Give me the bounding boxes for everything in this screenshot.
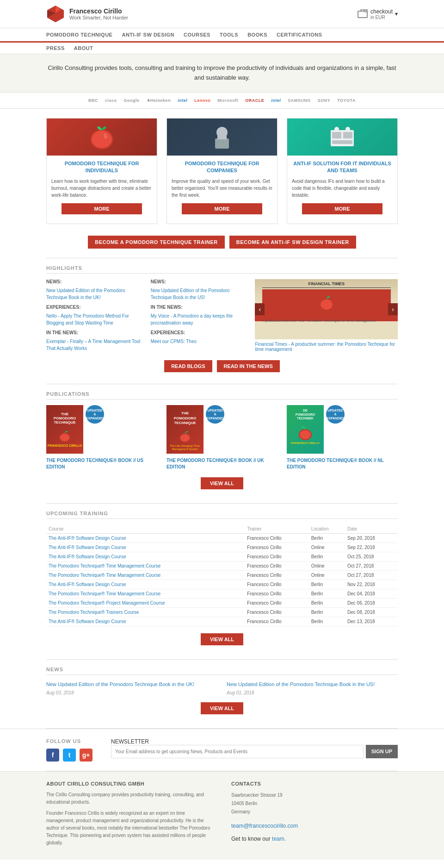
logo-intel2: intel bbox=[271, 98, 281, 103]
footer-team-text: Get to know our bbox=[231, 836, 271, 842]
footer-about-col: ABOUT CIRILLO CONSULTING GMBH The Cirill… bbox=[46, 781, 213, 850]
newsletter-signup-button[interactable]: SIGN UP bbox=[366, 745, 398, 758]
logo-toyota: TOYOTA bbox=[337, 98, 356, 103]
card-btn-anti-if[interactable]: MORE bbox=[302, 203, 382, 214]
news-view-all-button[interactable]: VIEW ALL bbox=[201, 702, 243, 714]
hero-text: Cirillo Consulting provides tools, consu… bbox=[46, 63, 398, 83]
svg-point-9 bbox=[92, 131, 112, 148]
team-image-anti-if bbox=[328, 125, 356, 149]
highlights-col1-link1[interactable]: New Updated Edition of the Pomodoro Tech… bbox=[46, 287, 142, 301]
footer-team-link[interactable]: team. bbox=[272, 836, 286, 842]
logo-cisco: cisco bbox=[105, 98, 117, 103]
card-title-companies: POMODORO TECHNIQUE FOR COMPANIES bbox=[172, 160, 272, 175]
pub-img-wrap-uk: THEPOMODOROTECHNIQUE The Life-Changing T… bbox=[166, 405, 278, 454]
become-anti-if-trainer-button[interactable]: BECOME AN ANTI-IF SW DESIGN TRAINER bbox=[229, 236, 356, 249]
pub-img-wrap-nl: DEPOMODOROTECHNIEK FRANCISCO CIRILLO bbox=[287, 405, 398, 454]
logo-microsoft: Microsoft bbox=[217, 98, 238, 103]
newsletter-form: SIGN UP bbox=[111, 745, 398, 758]
highlights-col1-link2[interactable]: Nello - Apply The Pomodoro Method For Bl… bbox=[46, 312, 142, 326]
table-row: The Pomodoro Technique® Trainers Course … bbox=[46, 608, 398, 617]
card-btn-companies[interactable]: MORE bbox=[182, 203, 262, 214]
highlights-col1-label3: IN THE NEWS: bbox=[46, 330, 142, 335]
highlights-col2-link2[interactable]: My Voice - A Pomodoro a day keeps the pr… bbox=[151, 312, 246, 326]
pub-item-us: THEPOMODOROTECHNIQUE FRANCESCO CIRILLO bbox=[46, 405, 157, 470]
cart-area[interactable]: 0 checkout in EUR ▾ bbox=[357, 8, 398, 20]
nav-pomodoro-technique[interactable]: POMODORO TECHNIQUE bbox=[46, 32, 112, 37]
footer-address: Saarbruecker Strasse 19 10405 Berlin Ger… bbox=[231, 791, 398, 816]
footer-about-text1: The Cirillo Consulting company provides … bbox=[46, 791, 213, 806]
training-view-all-button[interactable]: VIEW ALL bbox=[201, 633, 243, 645]
card-btn-individuals[interactable]: MORE bbox=[62, 203, 142, 214]
person-image-companies bbox=[208, 125, 236, 149]
table-row: The Anti-IF® Software Design Course Fran… bbox=[46, 534, 398, 543]
nav-about[interactable]: ABOUT bbox=[74, 45, 93, 51]
svg-rect-13 bbox=[217, 136, 227, 139]
publications-view-all-button[interactable]: VIEW ALL bbox=[201, 477, 243, 489]
cart-icon: 0 bbox=[357, 9, 368, 19]
googleplus-icon[interactable]: g+ bbox=[80, 749, 92, 762]
nav-books[interactable]: BOOKS bbox=[247, 32, 267, 37]
card-title-individuals: POMODORO TECHNIQUE FOR INDIVIDUALS bbox=[51, 160, 152, 175]
card-image-anti-if bbox=[287, 119, 397, 156]
footer-contacts-col: CONTACTS Saarbruecker Strasse 19 10405 B… bbox=[231, 781, 398, 850]
newsletter-col: NEWSLETTER SIGN UP bbox=[111, 738, 398, 758]
checkout-label: checkout in EUR bbox=[370, 8, 393, 20]
nav-tools[interactable]: TOOLS bbox=[220, 32, 238, 37]
training-col-location: Location bbox=[309, 525, 345, 534]
cards-section: POMODORO TECHNIQUE FOR INDIVIDUALS Learn… bbox=[0, 109, 444, 234]
nav-press[interactable]: PRESS bbox=[46, 45, 65, 51]
highlights-col1-label2: EXPERIENCES: bbox=[46, 305, 142, 310]
footer-about-title: ABOUT CIRILLO CONSULTING GMBH bbox=[46, 781, 213, 787]
read-blogs-button[interactable]: READ BLOGS bbox=[164, 360, 212, 372]
upcoming-training-section: UPCOMING TRAINING Course Trainer Locatio… bbox=[0, 504, 444, 659]
nav-courses[interactable]: COURSES bbox=[184, 32, 210, 37]
twitter-icon[interactable]: t bbox=[63, 749, 76, 762]
highlights-col2-label3: EXPERIENCES: bbox=[151, 330, 246, 335]
highlights-col2-link1[interactable]: New Updated Edition of the Pomodoro Tech… bbox=[151, 287, 246, 301]
table-row: The Pomodoro Technique® Time Management … bbox=[46, 562, 398, 571]
newsletter-email-input[interactable] bbox=[111, 745, 364, 758]
newsletter-title: NEWSLETTER bbox=[111, 738, 398, 745]
logo-sony: SONY bbox=[318, 98, 331, 103]
trainer-buttons: BECOME A POMODORO TECHNIQUE TRAINER BECO… bbox=[0, 233, 444, 258]
facebook-icon[interactable]: f bbox=[46, 749, 59, 762]
pub-item-uk: THEPOMODOROTECHNIQUE The Life-Changing T… bbox=[166, 405, 278, 470]
table-row: The Pomodoro Technique® Time Management … bbox=[46, 589, 398, 599]
highlights-grid: NEWS: New Updated Edition of the Pomodor… bbox=[46, 279, 398, 356]
highlights-col2-label1: NEWS: bbox=[151, 279, 246, 284]
main-nav: POMODORO TECHNIQUE ANTI-IF SW DESIGN COU… bbox=[0, 28, 444, 43]
logo-bbc: BBC bbox=[88, 98, 98, 103]
training-col-trainer: Trainer bbox=[245, 525, 308, 534]
training-col-date: Date bbox=[345, 525, 398, 534]
carousel-left-button[interactable]: ‹ bbox=[255, 303, 265, 315]
currency-dropdown-icon[interactable]: ▾ bbox=[395, 11, 398, 17]
logo-text: Francesco Cirillo Work Smarter, Not Hard… bbox=[69, 7, 128, 20]
become-pomodoro-trainer-button[interactable]: BECOME A POMODORO TECHNIQUE TRAINER bbox=[88, 236, 224, 249]
follow-col: FOLLOW US f t g+ bbox=[46, 738, 92, 762]
site-header: Francesco Cirillo Work Smarter, Not Hard… bbox=[0, 0, 444, 28]
social-icons: f t g+ bbox=[46, 749, 92, 762]
news-view-all-wrap: VIEW ALL bbox=[46, 695, 398, 721]
logo-google: Google bbox=[124, 98, 140, 103]
table-row: The Pomodoro Technique® Project Manageme… bbox=[46, 599, 398, 608]
footer-email-link[interactable]: team@francescocirillo.com bbox=[231, 823, 298, 829]
table-row: The Anti-IF® Software Design Course Fran… bbox=[46, 552, 398, 562]
card-text-anti-if: Avoid dangerous IFs and learn how to bui… bbox=[292, 178, 393, 199]
card-title-anti-if: ANTI-IF SOLUTION FOR IT INDIVIDUALS AND … bbox=[292, 160, 393, 175]
nav-certifications[interactable]: CERTIFICATIONS bbox=[277, 32, 322, 37]
training-table: Course Trainer Location Date The Anti-IF… bbox=[46, 525, 398, 626]
table-row: The Anti-IF® Software Design Course Fran… bbox=[46, 580, 398, 589]
highlights-col2-link3[interactable]: Meet our CPMS: Theo bbox=[151, 338, 246, 345]
site-name: Francesco Cirillo bbox=[69, 7, 128, 15]
logo-heineken: ★Heineken bbox=[147, 98, 171, 103]
nav-anti-if-sw[interactable]: ANTI-IF SW DESIGN bbox=[122, 32, 174, 37]
highlights-col1-link3[interactable]: Exemplar - Finally – A Time Management T… bbox=[46, 338, 142, 352]
carousel-right-button[interactable]: › bbox=[388, 303, 398, 315]
footer-contacts-title: CONTACTS bbox=[231, 781, 398, 787]
footer-about-text2: Founder Francesco Cirillo is widely reco… bbox=[46, 810, 213, 847]
read-in-the-news-button[interactable]: READ IN THE NEWS bbox=[217, 360, 280, 372]
upcoming-training-title: UPCOMING TRAINING bbox=[46, 511, 398, 519]
highlights-col-1: NEWS: New Updated Edition of the Pomodor… bbox=[46, 279, 142, 356]
highlights-col1-label1: NEWS: bbox=[46, 279, 142, 284]
logo-area[interactable]: Francesco Cirillo Work Smarter, Not Hard… bbox=[46, 5, 128, 23]
